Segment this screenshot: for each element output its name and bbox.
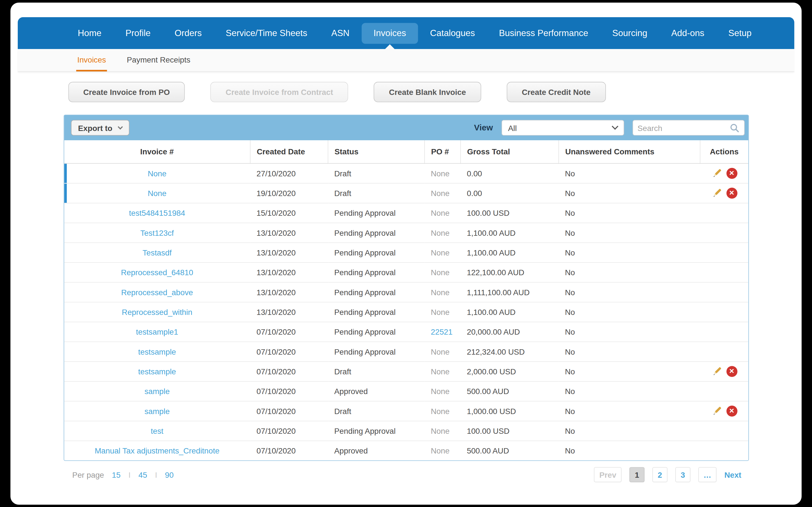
row-actions: ×: [711, 405, 737, 416]
column-header-gross-total[interactable]: Gross Total: [461, 140, 559, 163]
search-icon[interactable]: [729, 123, 739, 133]
export-to-button[interactable]: Export to: [71, 120, 130, 136]
invoice-link[interactable]: None: [148, 188, 166, 197]
delete-icon[interactable]: ×: [726, 168, 737, 179]
view-select-value: All: [508, 123, 517, 132]
app-window: HomeProfileOrdersService/Time SheetsASNI…: [10, 3, 802, 505]
table-row: test07/10/2020Pending ApprovalNone100.00…: [64, 421, 748, 441]
invoice-link[interactable]: Test123cf: [140, 228, 174, 237]
nav-item-invoices[interactable]: Invoices: [361, 23, 418, 44]
view-select[interactable]: All: [501, 120, 624, 136]
invoice-cell: Testasdf: [64, 242, 250, 262]
create-credit-note-button[interactable]: Create Credit Note: [507, 82, 606, 102]
po-cell: None: [424, 441, 461, 460]
invoice-link[interactable]: sample: [144, 406, 170, 415]
po-value: None: [431, 228, 449, 237]
unanswered-comments-cell: No: [559, 242, 700, 262]
gross-total-cell: 20,000.00 AUD: [461, 322, 559, 341]
nav-item-service-time-sheets[interactable]: Service/Time Sheets: [214, 23, 319, 44]
po-value: None: [431, 446, 449, 455]
unanswered-comments-cell: No: [559, 302, 700, 322]
actions-cell: [700, 421, 748, 441]
actions-cell: [700, 242, 748, 262]
gross-total-cell: 1,000.00 USD: [461, 401, 559, 420]
nav-item-business-performance[interactable]: Business Performance: [487, 23, 600, 44]
invoice-link[interactable]: sample: [144, 387, 170, 395]
invoice-link[interactable]: testsample: [138, 367, 176, 376]
invoice-cell: Manual Tax adjustments_Creditnote: [64, 441, 250, 460]
table-row: Reprocessed_within13/10/2020Pending Appr…: [64, 302, 748, 322]
per-page-option-45[interactable]: 45: [139, 470, 147, 479]
per-page-option-15[interactable]: 15: [112, 470, 121, 479]
nav-item-orders[interactable]: Orders: [163, 23, 214, 44]
invoices-table: Invoice #Created DateStatusPO #Gross Tot…: [64, 140, 748, 460]
page-button-3[interactable]: 3: [675, 467, 691, 482]
invoice-link[interactable]: Reprocessed_64810: [121, 268, 193, 276]
nav-item-catalogues[interactable]: Catalogues: [418, 23, 487, 44]
unanswered-comments-cell: No: [559, 401, 700, 420]
po-link[interactable]: 22521: [431, 327, 453, 336]
invoice-link[interactable]: Reprocessed_above: [121, 288, 193, 296]
table-row: None27/10/2020DraftNone0.00No×: [64, 163, 748, 183]
column-header-po[interactable]: PO #: [424, 140, 461, 163]
invoice-link[interactable]: Reprocessed_within: [122, 307, 192, 316]
column-header-status[interactable]: Status: [328, 140, 424, 163]
create-blank-invoice-button[interactable]: Create Blank Invoice: [374, 82, 481, 102]
created-date-cell: 07/10/2020: [250, 361, 328, 381]
page-button-2[interactable]: 2: [652, 467, 668, 482]
invoice-link[interactable]: Testasdf: [142, 248, 171, 257]
invoice-link[interactable]: test5484151984: [129, 208, 185, 217]
po-value: None: [431, 208, 449, 217]
invoice-link[interactable]: None: [148, 169, 166, 177]
edit-pencil-icon[interactable]: [711, 187, 723, 199]
next-page-button[interactable]: Next: [724, 470, 741, 479]
created-date-cell: 07/10/2020: [250, 401, 328, 420]
nav-item-label: Service/Time Sheets: [226, 28, 307, 38]
po-cell: None: [424, 381, 461, 401]
edit-pencil-icon[interactable]: [711, 405, 723, 416]
invoice-link[interactable]: testsample: [138, 347, 176, 356]
edit-pencil-icon[interactable]: [711, 365, 723, 377]
nav-item-home[interactable]: Home: [66, 23, 113, 44]
page-button-1[interactable]: 1: [629, 467, 645, 482]
edit-pencil-icon[interactable]: [711, 167, 723, 179]
nav-item-profile[interactable]: Profile: [113, 23, 162, 44]
column-header-created-date[interactable]: Created Date: [250, 140, 328, 163]
delete-icon[interactable]: ×: [726, 187, 737, 198]
column-header-actions[interactable]: Actions: [700, 140, 748, 163]
table-row: Reprocessed_6481013/10/2020Pending Appro…: [64, 262, 748, 282]
gross-total-cell: 500.00 AUD: [461, 441, 559, 460]
search-input[interactable]: [638, 123, 729, 132]
pagination-ellipsis[interactable]: …: [698, 467, 717, 482]
toolbar-right-group: View All: [474, 120, 744, 136]
column-header-unanswered-comments[interactable]: Unanswered Comments: [559, 140, 700, 163]
unanswered-comments-cell: No: [559, 282, 700, 302]
nav-item-add-ons[interactable]: Add-ons: [659, 23, 716, 44]
invoice-link[interactable]: test: [151, 426, 163, 435]
per-page-option-90[interactable]: 90: [165, 470, 174, 479]
created-date-cell: 07/10/2020: [250, 322, 328, 341]
create-invoice-from-po-button[interactable]: Create Invoice from PO: [68, 82, 185, 102]
actions-cell: [700, 381, 748, 401]
delete-icon[interactable]: ×: [726, 365, 737, 377]
po-value: None: [431, 307, 449, 316]
table-row: test548415198415/10/2020Pending Approval…: [64, 203, 748, 223]
subnav-item-invoices[interactable]: Invoices: [76, 49, 107, 71]
delete-icon[interactable]: ×: [726, 405, 737, 416]
view-label: View: [474, 123, 493, 132]
nav-item-sourcing[interactable]: Sourcing: [600, 23, 659, 44]
unanswered-comments-cell: No: [559, 223, 700, 242]
invoice-link[interactable]: testsample1: [136, 327, 178, 336]
nav-item-setup[interactable]: Setup: [716, 23, 763, 44]
subnav-item-payment-receipts[interactable]: Payment Receipts: [126, 49, 192, 71]
table-row: None19/10/2020DraftNone0.00No×: [64, 183, 748, 203]
column-header-invoice[interactable]: Invoice #: [64, 140, 250, 163]
invoice-link[interactable]: Manual Tax adjustments_Creditnote: [95, 446, 219, 455]
status-cell: Pending Approval: [328, 302, 424, 322]
po-value: None: [431, 288, 449, 296]
unanswered-comments-cell: No: [559, 322, 700, 341]
table-row: sample07/10/2020ApprovedNone500.00 AUDNo: [64, 381, 748, 401]
unanswered-comments-cell: No: [559, 441, 700, 460]
created-date-cell: 13/10/2020: [250, 223, 328, 242]
nav-item-asn[interactable]: ASN: [319, 23, 361, 44]
